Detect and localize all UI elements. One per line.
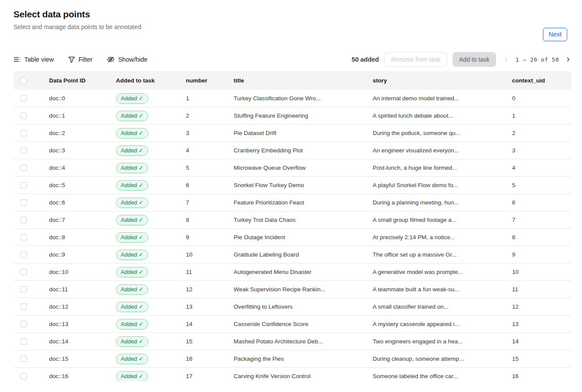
cell-data-point-id: doc::3 <box>49 142 116 159</box>
added-badge: Added ✓ <box>116 319 148 329</box>
cell-story: During cleanup, someone attemp... <box>373 350 512 368</box>
cell-title: Casserole Confidence Score <box>234 316 373 333</box>
cell-context-uid: 14 <box>512 333 572 350</box>
cell-context-uid: 4 <box>512 159 572 177</box>
pagination-range: 1 – 20 of 50 <box>516 56 559 63</box>
cell-number: 4 <box>186 142 234 159</box>
cell-story: A spirited lunch debate about... <box>373 107 512 125</box>
cell-title: Turkey Classification Gone Wro... <box>234 90 373 107</box>
next-button[interactable]: Next <box>543 28 567 41</box>
row-checkbox[interactable] <box>20 338 27 345</box>
cell-story: A generative model was prompte... <box>373 264 512 281</box>
added-badge: Added ✓ <box>116 180 148 191</box>
cell-title: Microwave Queue Overflow <box>234 159 373 177</box>
page-subtitle: Select and manage data points to be anno… <box>13 23 572 31</box>
add-to-task-button[interactable]: Add to task <box>453 52 496 67</box>
table-row: doc::8 Added ✓ 9 Pie Outage Incident At … <box>13 229 572 246</box>
cell-number: 12 <box>186 281 234 298</box>
row-checkbox[interactable] <box>20 303 27 310</box>
cell-story: At precisely 2:14 PM, a notice... <box>373 229 512 246</box>
table-row: doc::9 Added ✓ 10 Gratitude Labeling Boa… <box>13 246 572 264</box>
cell-number: 9 <box>186 229 234 246</box>
row-checkbox[interactable] <box>20 286 27 293</box>
cell-number: 3 <box>186 125 234 142</box>
row-checkbox[interactable] <box>20 199 27 206</box>
row-checkbox[interactable] <box>20 269 27 275</box>
row-checkbox[interactable] <box>20 251 27 258</box>
table-header: Data Point ID Added to task number title… <box>13 71 572 90</box>
cell-story: During a planning meeting, hun... <box>373 194 512 211</box>
cell-number: 2 <box>186 107 234 125</box>
table-row: doc::13 Added ✓ 14 Casserole Confidence … <box>13 316 572 333</box>
cell-title: Snorkel Flow Turkey Demo <box>234 177 373 194</box>
added-badge: Added ✓ <box>116 354 148 364</box>
cell-context-uid: 0 <box>512 90 572 107</box>
row-checkbox[interactable] <box>20 234 27 240</box>
cell-context-uid: 16 <box>512 368 572 381</box>
filter-icon <box>68 56 75 63</box>
table-row: doc::5 Added ✓ 6 Snorkel Flow Turkey Dem… <box>13 177 572 194</box>
added-badge: Added ✓ <box>116 267 148 277</box>
pagination: 1 – 20 of 50 <box>503 56 572 63</box>
cell-story: Post-lunch, a huge line formed... <box>373 159 512 177</box>
cell-title: Cranberry Embedding Plot <box>234 142 373 159</box>
select-all-checkbox[interactable] <box>20 77 27 84</box>
cell-data-point-id: doc::13 <box>49 316 116 333</box>
row-checkbox[interactable] <box>20 130 27 136</box>
remove-from-task-button[interactable]: Remove from task <box>384 52 447 67</box>
chevron-right-icon[interactable] <box>565 56 572 63</box>
row-checkbox[interactable] <box>20 356 27 362</box>
column-header-number: number <box>186 71 234 90</box>
cell-context-uid: 9 <box>512 246 572 264</box>
cell-data-point-id: doc::8 <box>49 229 116 246</box>
chevron-left-icon[interactable] <box>503 56 510 63</box>
cell-context-uid: 7 <box>512 211 572 229</box>
table-view-button[interactable]: Table view <box>13 55 54 64</box>
cell-story: A small classifier trained on... <box>373 298 512 316</box>
row-checkbox[interactable] <box>20 321 27 327</box>
added-badge: Added ✓ <box>116 302 148 312</box>
cell-data-point-id: doc::14 <box>49 333 116 350</box>
row-checkbox[interactable] <box>20 182 27 188</box>
row-checkbox[interactable] <box>20 147 27 154</box>
cell-story: A playful Snorkel Flow demo fo... <box>373 177 512 194</box>
row-checkbox[interactable] <box>20 112 27 119</box>
added-badge: Added ✓ <box>116 284 148 295</box>
cell-data-point-id: doc::12 <box>49 298 116 316</box>
cell-context-uid: 11 <box>512 281 572 298</box>
column-header-context-uid: context_uid <box>512 71 572 90</box>
cell-context-uid: 6 <box>512 194 572 211</box>
row-checkbox[interactable] <box>20 95 27 102</box>
cell-number: 6 <box>186 177 234 194</box>
table-row: doc::3 Added ✓ 4 Cranberry Embedding Plo… <box>13 142 572 159</box>
cell-story: Someone labeled the office car... <box>373 368 512 381</box>
show-hide-button[interactable]: Show/hide <box>107 55 148 64</box>
table-row: doc::6 Added ✓ 7 Feature Prioritization … <box>13 194 572 211</box>
cell-story: Two engineers engaged in a hea... <box>373 333 512 350</box>
filter-button[interactable]: Filter <box>68 55 93 64</box>
cell-data-point-id: doc::11 <box>49 281 116 298</box>
table-row: doc::10 Added ✓ 11 Autogenerated Menu Di… <box>13 264 572 281</box>
added-badge: Added ✓ <box>116 215 148 225</box>
cell-story: An internal demo model trained... <box>373 90 512 107</box>
cell-number: 13 <box>186 298 234 316</box>
table-row: doc::4 Added ✓ 5 Microwave Queue Overflo… <box>13 159 572 177</box>
cell-data-point-id: doc::9 <box>49 246 116 264</box>
cell-number: 7 <box>186 194 234 211</box>
row-checkbox[interactable] <box>20 165 27 171</box>
row-checkbox[interactable] <box>20 373 27 379</box>
row-checkbox[interactable] <box>20 217 27 223</box>
added-badge: Added ✓ <box>116 111 148 121</box>
cell-data-point-id: doc::4 <box>49 159 116 177</box>
data-table-container: Data Point ID Added to task number title… <box>13 71 572 381</box>
show-hide-label: Show/hide <box>118 55 148 64</box>
cell-context-uid: 10 <box>512 264 572 281</box>
cell-number: 10 <box>186 246 234 264</box>
toolbar: Table view Filter Show/h <box>13 53 572 66</box>
added-badge: Added ✓ <box>116 336 148 347</box>
table-row: doc::1 Added ✓ 2 Stuffing Feature Engine… <box>13 107 572 125</box>
table-row: doc::15 Added ✓ 16 Packaging the Pies Du… <box>13 350 572 368</box>
table-view-label: Table view <box>24 55 54 64</box>
cell-context-uid: 13 <box>512 316 572 333</box>
added-badge: Added ✓ <box>116 93 148 104</box>
